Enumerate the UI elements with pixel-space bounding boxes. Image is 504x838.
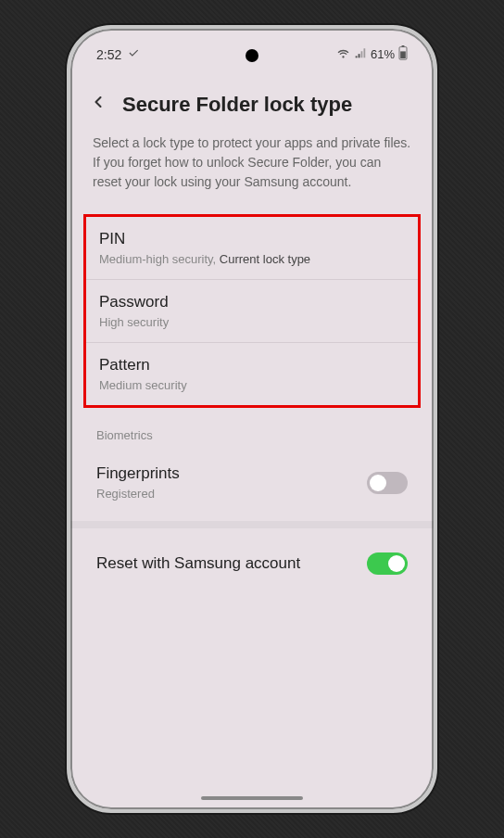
status-time: 2:52 <box>96 47 121 62</box>
phone-frame: 2:52 61% <box>67 25 437 813</box>
option-title: Password <box>99 293 405 311</box>
option-title: PIN <box>99 230 405 248</box>
option-title: Pattern <box>99 356 405 375</box>
signal-icon <box>354 46 367 62</box>
lock-option-pattern[interactable]: Pattern Medium security <box>86 343 418 405</box>
biometrics-section-label: Biometrics <box>70 408 434 451</box>
fingerprints-row[interactable]: Fingerprints Registered <box>70 451 434 514</box>
option-subtitle: Medium-high security, Current lock type <box>99 252 405 266</box>
page-title: Secure Folder lock type <box>122 93 352 117</box>
fingerprints-toggle[interactable] <box>367 472 408 494</box>
battery-percent: 61% <box>371 47 395 61</box>
camera-cutout <box>246 49 258 62</box>
row-title: Reset with Samsung account <box>96 554 300 573</box>
svg-rect-1 <box>401 45 404 47</box>
option-subtitle: High security <box>99 315 405 329</box>
notification-icon <box>127 46 140 62</box>
wifi-icon <box>336 46 350 63</box>
lock-option-password[interactable]: Password High security <box>86 280 418 343</box>
row-title: Fingerprints <box>96 464 367 483</box>
reset-samsung-row[interactable]: Reset with Samsung account <box>70 536 434 591</box>
row-subtitle: Registered <box>96 487 367 501</box>
svg-rect-2 <box>400 51 406 58</box>
header: Secure Folder lock type <box>70 70 434 133</box>
section-divider <box>70 521 434 528</box>
highlighted-options: PIN Medium-high security, Current lock t… <box>83 214 421 408</box>
lock-option-pin[interactable]: PIN Medium-high security, Current lock t… <box>86 217 418 280</box>
back-icon[interactable] <box>89 93 107 117</box>
home-indicator[interactable] <box>201 796 303 800</box>
description-text: Select a lock type to protect your apps … <box>70 133 434 214</box>
reset-samsung-toggle[interactable] <box>367 552 408 575</box>
battery-icon <box>398 45 408 63</box>
option-subtitle: Medium security <box>99 378 405 392</box>
